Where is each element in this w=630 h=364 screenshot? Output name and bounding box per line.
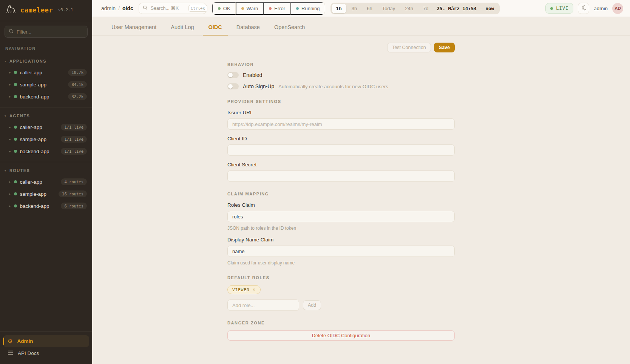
chevron-right-icon: ▸ (9, 95, 11, 98)
client-id-label: Client ID (227, 136, 455, 141)
tab-database[interactable]: Database (231, 17, 266, 35)
roles-claim-input[interactable] (227, 211, 455, 222)
filter-running-button[interactable]: Running (290, 2, 324, 15)
gear-icon: ⚙ (8, 338, 12, 344)
filter-error-button[interactable]: Error (263, 2, 290, 15)
filter-ok-button[interactable]: OK (212, 2, 236, 15)
routes-count-badge: 6 routes (61, 203, 87, 209)
ok-status-dot (218, 7, 221, 10)
time-range-display: 25. März 14:54 — now (434, 6, 499, 11)
enabled-label: Enabled (243, 72, 262, 78)
roles-claim-label: Roles Claim (227, 202, 455, 208)
avatar[interactable]: AD (612, 3, 623, 14)
client-id-input[interactable] (227, 144, 455, 156)
running-status-dot (296, 7, 299, 10)
tab-oidc[interactable]: OIDC (203, 17, 228, 35)
danger-zone-section-title: DANGER ZONE (227, 321, 455, 325)
range-1h-button[interactable]: 1h (332, 4, 346, 13)
role-chip-viewer: VIEWER × (227, 285, 261, 294)
chevron-right-icon: ▸ (9, 149, 11, 153)
roles-claim-helper: JSON path to roles in the ID token (227, 226, 455, 231)
auto-signup-toggle[interactable] (227, 83, 239, 89)
client-secret-input[interactable] (227, 170, 455, 182)
sidebar-item-backend-app[interactable]: ▸ backend-app 32.2k (0, 91, 92, 103)
claim-mapping-section-title: CLAIM MAPPING (227, 192, 455, 196)
range-3h-button[interactable]: 3h (347, 4, 361, 13)
range-today-button[interactable]: Today (378, 4, 400, 13)
live-count-badge: 1/1 live (61, 136, 87, 143)
filter-input[interactable] (17, 29, 83, 35)
time-from: 25. März 14:54 (437, 6, 477, 11)
brand: cameleer v3.2.1 (0, 0, 92, 21)
breadcrumb-root[interactable]: admin (101, 5, 116, 11)
username-label: admin (594, 6, 608, 11)
filter-warn-button[interactable]: Warn (236, 2, 264, 15)
auto-signup-label: Auto Sign-Up (243, 83, 274, 89)
remove-role-icon[interactable]: × (253, 287, 256, 292)
sidebar-item-admin[interactable]: ⚙ Admin (3, 335, 89, 347)
status-filter-group: OK Warn Error Running (212, 2, 325, 15)
section-header-applications[interactable]: ▾ APPLICATIONS (0, 57, 92, 66)
display-name-claim-input[interactable] (227, 246, 455, 257)
behavior-section-title: BEHAVIOR (227, 62, 455, 67)
breadcrumb-current: oidc (122, 5, 133, 11)
nav-heading: NAVIGATION (0, 39, 92, 53)
enabled-toggle-row: Enabled (227, 72, 455, 78)
theme-toggle-button[interactable] (578, 3, 589, 14)
search-input[interactable] (151, 6, 185, 11)
chevron-right-icon: ▸ (9, 180, 11, 184)
nav-section-routes: ▾ ROUTES ▸ caller-app 4 routes ▸ sample-… (0, 162, 92, 217)
live-badge[interactable]: LIVE (545, 3, 573, 14)
brand-version: v3.2.1 (58, 8, 73, 12)
nav-section-applications: ▾ APPLICATIONS ▸ caller-app 10.7k ▸ samp… (0, 53, 92, 108)
sidebar-item-caller-app-routes[interactable]: ▸ caller-app 4 routes (0, 176, 92, 188)
delete-oidc-config-button[interactable]: Delete OIDC Configuration (227, 330, 455, 341)
section-header-routes[interactable]: ▾ ROUTES (0, 166, 92, 176)
tab-audit-log[interactable]: Audit Log (165, 17, 199, 35)
sidebar-item-backend-app-agent[interactable]: ▸ backend-app 1/1 live (0, 145, 92, 157)
tab-content: Test Connection Save BEHAVIOR Enabled Au… (92, 36, 630, 364)
form-actions: Test Connection Save (227, 43, 455, 52)
save-button[interactable]: Save (434, 43, 455, 52)
tab-opensearch[interactable]: OpenSearch (269, 17, 310, 35)
chevron-right-icon: ▸ (9, 137, 11, 141)
chevron-down-icon: ▾ (5, 169, 6, 172)
topbar-right: LIVE admin AD (545, 3, 623, 14)
sidebar-item-sample-app[interactable]: ▸ sample-app 84.1k (0, 78, 92, 91)
sidebar-item-api-docs[interactable]: API Docs (3, 347, 89, 359)
display-name-claim-helper: Claim used for user display name (227, 260, 455, 266)
status-dot (14, 204, 17, 207)
breadcrumb-separator: / (118, 5, 120, 11)
role-chip-list: VIEWER × (227, 285, 455, 294)
count-badge: 84.1k (68, 81, 87, 88)
sidebar-item-sample-app-agent[interactable]: ▸ sample-app 1/1 live (0, 133, 92, 145)
chevron-down-icon: ▾ (5, 114, 6, 118)
count-badge: 32.2k (68, 93, 87, 100)
enabled-toggle[interactable] (227, 72, 239, 78)
time-to: now (485, 6, 494, 11)
sidebar-item-backend-app-routes[interactable]: ▸ backend-app 6 routes (0, 200, 92, 212)
auto-signup-toggle-row: Auto Sign-Up Automatically create accoun… (227, 83, 455, 89)
sidebar-item-caller-app-agent[interactable]: ▸ caller-app 1/1 live (0, 121, 92, 133)
chevron-down-icon: ▾ (5, 60, 6, 63)
sidebar: cameleer v3.2.1 NAVIGATION ▾ APPLICATION… (0, 0, 92, 364)
issuer-uri-input[interactable] (227, 118, 455, 130)
main-area: admin / oidc Ctrl+K OK Warn (92, 0, 630, 364)
provider-section-title: PROVIDER SETTINGS (227, 99, 455, 104)
sidebar-filter[interactable] (5, 26, 88, 38)
time-dash: — (480, 6, 483, 11)
test-connection-button[interactable]: Test Connection (387, 43, 431, 52)
range-7d-button[interactable]: 7d (418, 4, 433, 13)
issuer-uri-label: Issuer URI (227, 110, 455, 115)
global-search[interactable]: Ctrl+K (139, 3, 207, 14)
sidebar-item-caller-app[interactable]: ▸ caller-app 10.7k (0, 66, 92, 78)
section-header-agents[interactable]: ▾ AGENTS (0, 111, 92, 121)
tab-user-management[interactable]: User Management (106, 17, 162, 35)
add-role-button[interactable]: Add (303, 300, 321, 310)
add-role-input[interactable] (227, 299, 299, 311)
range-6h-button[interactable]: 6h (362, 4, 377, 13)
sidebar-item-sample-app-routes[interactable]: ▸ sample-app 16 routes (0, 188, 92, 200)
range-24h-button[interactable]: 24h (400, 4, 418, 13)
chevron-right-icon: ▸ (9, 192, 11, 196)
list-icon (8, 350, 13, 356)
